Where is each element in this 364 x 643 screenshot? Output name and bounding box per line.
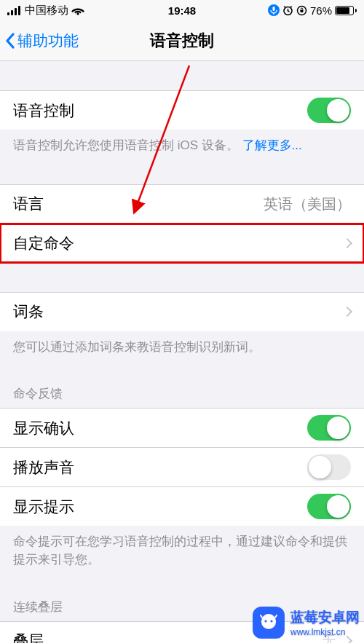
play-sound-row: 播放声音 [0, 447, 364, 486]
show-confirmation-row: 显示确认 [0, 408, 364, 447]
voice-control-label: 语音控制 [13, 100, 74, 121]
show-confirmation-switch[interactable] [307, 415, 351, 441]
chevron-left-icon [4, 32, 16, 50]
voice-control-footer: 语音控制允许您使用语音控制 iOS 设备。 了解更多... [0, 130, 364, 155]
language-row[interactable]: 语言 英语（美国） [0, 184, 364, 224]
language-label: 语言 [13, 194, 44, 214]
svg-point-12 [270, 620, 272, 622]
chevron-right-icon [342, 307, 352, 317]
voice-control-row: 语音控制 [0, 90, 364, 130]
show-hints-row: 显示提示 [0, 486, 364, 526]
language-value: 英语（美国） [264, 194, 351, 214]
status-bar: 中国移动 19:48 76% [0, 0, 364, 20]
play-sound-switch[interactable] [307, 454, 351, 480]
show-hints-label: 显示提示 [13, 497, 74, 517]
voice-control-switch[interactable] [307, 98, 351, 123]
show-hints-switch[interactable] [307, 494, 351, 519]
custom-commands-row[interactable]: 自定命令 [0, 224, 364, 263]
learn-more-link[interactable]: 了解更多... [242, 138, 302, 152]
watermark-name: 蓝莓安卓网 [290, 608, 360, 627]
vocabulary-row[interactable]: 词条 [0, 292, 364, 331]
back-label: 辅助功能 [17, 31, 79, 51]
watermark-url: www.lmkjst.cn [290, 627, 360, 637]
vocabulary-label: 词条 [13, 301, 44, 322]
overlay-label: 叠层 [13, 631, 44, 643]
command-feedback-header: 命令反馈 [0, 372, 364, 408]
chevron-right-icon [342, 238, 352, 248]
status-time: 19:48 [0, 4, 364, 17]
svg-point-11 [264, 620, 266, 622]
nav-bar: 辅助功能 语音控制 [0, 20, 364, 61]
custom-commands-label: 自定命令 [13, 233, 74, 253]
back-button[interactable]: 辅助功能 [4, 20, 79, 60]
show-confirmation-label: 显示确认 [13, 418, 74, 438]
vocabulary-footer: 您可以通过添加词条来教语音控制识别新词。 [0, 331, 364, 357]
watermark: 蓝莓安卓网 www.lmkjst.cn [253, 607, 360, 639]
battery-icon [335, 6, 357, 15]
play-sound-label: 播放声音 [13, 457, 74, 478]
watermark-icon [253, 607, 285, 639]
command-feedback-footer: 命令提示可在您学习语音控制的过程中，通过建议命令和提供提示来引导您。 [0, 526, 364, 569]
